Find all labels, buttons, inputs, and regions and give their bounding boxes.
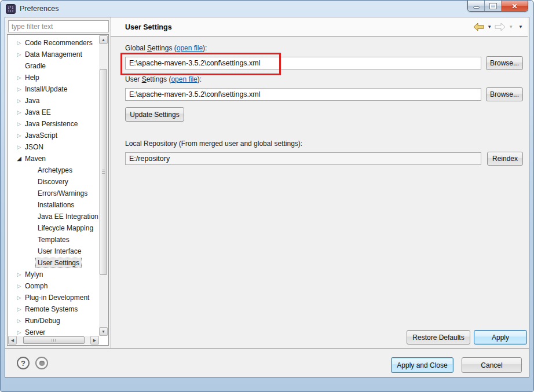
expand-arrow-icon[interactable]: ▷ [15,98,23,104]
tree-item-javascript[interactable]: ▷JavaScript [8,130,99,141]
tree-item-gradle[interactable]: Gradle [8,60,99,72]
tree-item-java-ee-integration[interactable]: Java EE Integration [8,211,99,222]
tree-item-remote-systems[interactable]: ▷Remote Systems [8,303,99,315]
expand-arrow-icon[interactable]: ▷ [15,318,23,324]
tree-item-archetypes[interactable]: Archetypes [8,164,99,176]
vertical-scrollbar-thumb[interactable] [100,69,107,275]
maximize-button[interactable] [485,1,502,12]
reindex-button[interactable]: Reindex [487,152,523,166]
tree-item-label: Oomph [23,281,49,291]
tree-panel: ▷Code Recommenders▷Data ManagementGradle… [7,34,109,346]
tree-item-server[interactable]: ▷Server [8,327,99,336]
scroll-up-arrow-icon[interactable]: ▲ [99,35,108,44]
tree-item-label: Archetypes [36,166,74,175]
tree-item-plug-in-development[interactable]: ▷Plug-in Development [8,292,99,303]
tree-item-oomph[interactable]: ▷Oomph [8,280,99,292]
tree-item-label: Java EE [23,108,53,117]
tree-item-label: Plug-in Development [23,293,91,302]
scroll-left-arrow-icon[interactable]: ◀ [8,336,17,345]
global-settings-label-close: ): [203,44,207,52]
user-settings-label-text: User [125,75,142,83]
tree-item-user-settings[interactable]: User Settings [8,257,99,269]
apply-button[interactable]: Apply [474,330,527,345]
tree-item-label: Data Management [23,50,84,59]
expand-arrow-icon[interactable]: ▷ [15,272,23,277]
expand-arrow-icon[interactable]: ▷ [15,295,23,301]
close-icon: ✕ [511,3,517,10]
tree-item-label: JavaScript [23,131,59,140]
user-settings-path-field[interactable] [125,88,481,101]
global-settings-path-field[interactable] [125,57,481,69]
tree-item-json[interactable]: ▷JSON [8,141,99,153]
tree-item-label: Java [23,96,41,105]
tree-item-code-recommenders[interactable]: ▷Code Recommenders [8,37,99,49]
user-settings-label-text2: ettings ( [147,75,171,83]
tree-item-user-interface[interactable]: User Interface [8,246,99,257]
expand-arrow-icon[interactable]: ▷ [15,75,23,80]
global-settings-mnemonic: S [147,44,152,52]
close-button[interactable]: ✕ [502,1,528,12]
tree-item-discovery[interactable]: Discovery [8,176,99,188]
tree-item-label: Templates [36,235,71,244]
back-history-dropdown-icon[interactable]: ▼ [487,25,492,30]
expand-arrow-icon[interactable]: ▷ [15,330,23,335]
user-open-file-link[interactable]: open file [171,75,197,83]
horizontal-scrollbar-thumb[interactable] [23,336,85,344]
view-menu-dropdown-icon[interactable]: ▼ [518,25,523,30]
tree-item-templates[interactable]: Templates [8,234,99,246]
tree-item-installations[interactable]: Installations [8,199,99,211]
tree-item-install-update[interactable]: ▷Install/Update [8,83,99,95]
update-settings-button[interactable]: Update Settings [125,107,184,122]
help-icon[interactable]: ? [17,357,30,369]
global-browse-button[interactable]: Browse... [486,56,523,70]
scroll-right-arrow-icon[interactable]: ▶ [90,336,99,345]
filter-input[interactable] [8,20,109,32]
expand-arrow-icon[interactable]: ▷ [15,87,23,92]
preference-recorder-icon[interactable] [35,357,48,369]
tree-item-lifecycle-mapping[interactable]: Lifecycle Mapping [8,222,99,234]
preferences-dialog: ▷Code Recommenders▷Data ManagementGradle… [5,17,529,378]
window-title: Preferences [20,5,58,13]
expand-arrow-icon[interactable]: ▷ [15,284,23,289]
tree-item-java[interactable]: ▷Java [8,95,99,107]
tree-vertical-scrollbar[interactable]: ▲ ▼ [99,35,108,336]
apply-and-close-button[interactable]: Apply and Close [391,357,453,373]
expand-arrow-icon[interactable]: ▷ [15,307,23,312]
expand-arrow-icon[interactable]: ▷ [15,145,23,150]
eclipse-preferences-icon [6,4,16,14]
collapse-arrow-icon[interactable]: ◢ [15,156,23,162]
tree-item-label: Errors/Warnings [36,189,89,198]
tree-item-mylyn[interactable]: ▷Mylyn [8,269,99,280]
back-arrow-icon[interactable] [473,23,484,31]
footer-icons: ? [17,357,48,369]
expand-arrow-icon[interactable]: ▷ [15,122,23,127]
local-repository-field[interactable] [125,152,481,165]
user-settings-label: User Settings (open file): [125,75,202,83]
tree-item-maven[interactable]: ◢Maven [8,153,99,164]
expand-arrow-icon[interactable]: ▷ [15,110,23,115]
scroll-down-arrow-icon[interactable]: ▼ [99,327,108,336]
tree-item-help[interactable]: ▷Help [8,72,99,83]
tree-item-data-management[interactable]: ▷Data Management [8,49,99,60]
tree-item-errors-warnings[interactable]: Errors/Warnings [8,188,99,199]
cancel-button[interactable]: Cancel [462,357,522,373]
restore-defaults-button[interactable]: Restore Defaults [407,330,470,345]
titlebar[interactable]: Preferences [1,1,533,17]
minimize-button[interactable] [468,1,485,12]
expand-arrow-icon[interactable]: ▷ [15,52,23,57]
tree-item-run-debug[interactable]: ▷Run/Debug [8,315,99,327]
expand-arrow-icon[interactable]: ▷ [15,133,23,138]
expand-arrow-icon[interactable]: ▷ [15,41,23,46]
global-open-file-link[interactable]: open file [177,44,203,52]
tree-item-label: Mylyn [23,270,45,279]
tree-item-java-persistence[interactable]: ▷Java Persistence [8,118,99,130]
user-browse-button[interactable]: Browse... [486,87,523,101]
main-header: User Settings ▼ ▼ ▼ [111,17,528,37]
footer-bar: ? Apply and Close Cancel [5,348,529,377]
forward-history-dropdown-icon[interactable]: ▼ [509,25,513,30]
forward-arrow-icon[interactable] [495,23,506,31]
tree-item-java-ee[interactable]: ▷Java EE [8,107,99,118]
tree-item-label: Java Persistence [23,119,79,129]
global-settings-label: Global Settings (open file): [125,44,207,52]
tree-horizontal-scrollbar[interactable]: ◀ ▶ [8,336,99,345]
